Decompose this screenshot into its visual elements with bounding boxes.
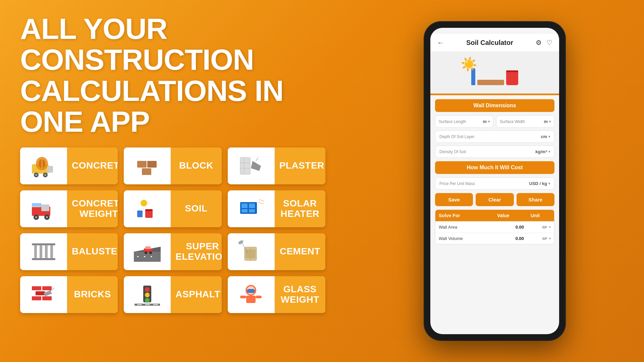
super-elevation-label: SUPER ELEVATION (175, 241, 221, 262)
save-button[interactable]: Save (435, 193, 473, 206)
svg-rect-40 (32, 258, 55, 260)
price-unit-dropdown[interactable]: ▾ (548, 182, 550, 185)
wall-area-row: Wall Area 0.00 m² ▾ (435, 221, 554, 233)
svg-rect-71 (137, 304, 142, 305)
wall-area-label: Wall Area (435, 222, 494, 233)
solve-for-header: Solve For (435, 210, 494, 221)
svg-point-67 (145, 287, 150, 292)
clear-button[interactable]: Clear (476, 193, 514, 206)
svg-marker-16 (251, 161, 261, 171)
cement-label: CEMENT (280, 246, 320, 257)
surface-width-dropdown[interactable]: ▾ (549, 120, 551, 123)
svg-marker-65 (44, 290, 52, 296)
concrete-icon (30, 154, 57, 178)
card-concrete-weight[interactable]: CONCRETE WEIGHT (20, 190, 118, 227)
cement-icon (237, 240, 264, 263)
svg-point-52 (145, 251, 147, 254)
baluster-label: BALUSTER (72, 246, 118, 257)
block-icon (134, 154, 161, 178)
density-soil-unit: kg/m³ ▾ (535, 149, 550, 154)
plaster-label: PLASTER (279, 161, 324, 171)
surface-length-unit: m ▾ (483, 119, 490, 124)
block-label: BLOCK (179, 161, 213, 171)
card-plaster[interactable]: PLASTER (228, 147, 325, 184)
svg-line-17 (256, 158, 258, 161)
share-button[interactable]: Share (517, 193, 554, 206)
favorite-icon[interactable]: ♡ (546, 39, 552, 47)
svg-rect-9 (137, 161, 147, 168)
plaster-icon-box (228, 147, 275, 184)
bricks-icon (30, 283, 57, 306)
card-glass-weight[interactable]: GLASS WEIGHT (228, 276, 325, 313)
cement-label-box: CEMENT (275, 233, 325, 270)
wall-area-unit-dropdown[interactable]: ▾ (549, 225, 551, 229)
depth-soil-label: Depth Of Soil Layer (439, 134, 475, 139)
sun-illustration: ☀️ (461, 56, 477, 72)
settings-icon[interactable]: ⚙ (536, 39, 542, 47)
header-icons: ⚙ ♡ (536, 39, 552, 47)
surface-length-field[interactable]: Surface Length m ▾ (435, 115, 493, 128)
svg-point-4 (44, 174, 46, 176)
svg-rect-33 (145, 209, 153, 211)
bricks-label: BRICKS (74, 289, 111, 300)
svg-point-69 (145, 298, 150, 303)
wall-dimensions-header: Wall Dimensions (435, 99, 554, 112)
svg-rect-38 (249, 209, 255, 213)
concrete-weight-icon (30, 197, 57, 221)
app-header: ← Soil Calculator ⚙ ♡ (430, 34, 559, 52)
svg-marker-20 (32, 203, 41, 206)
svg-point-24 (46, 216, 48, 218)
wall-volume-unit-dropdown[interactable]: ▾ (549, 237, 551, 240)
svg-point-22 (35, 216, 37, 218)
surface-width-unit: m ▾ (544, 119, 551, 124)
bricks-icon-box (20, 276, 67, 313)
card-solar-heater[interactable]: SOLAR HEATER (228, 190, 325, 227)
surface-width-field[interactable]: Surface Width m ▾ (496, 115, 554, 128)
asphalt-icon-box (124, 276, 171, 313)
svg-rect-78 (240, 296, 246, 298)
density-soil-field[interactable]: Density Of Soil kg/m³ ▾ (435, 145, 554, 158)
depth-soil-field[interactable]: Depth Of Soil Layer cm ▾ (435, 130, 554, 143)
app-title: Soil Calculator (466, 39, 513, 47)
svg-rect-51 (145, 246, 151, 249)
soil-label-box: SOIL (171, 190, 221, 227)
svg-rect-62 (32, 296, 41, 300)
surface-length-dropdown[interactable]: ▾ (488, 120, 490, 123)
svg-rect-35 (241, 203, 248, 208)
bucket-rim (506, 70, 518, 72)
card-baluster[interactable]: BALUSTER (20, 233, 118, 270)
svg-point-53 (149, 251, 152, 254)
svg-rect-12 (240, 158, 250, 174)
card-block[interactable]: BLOCK (124, 147, 221, 184)
card-asphalt[interactable]: ASPHALT (124, 276, 221, 313)
svg-rect-11 (142, 168, 151, 175)
svg-rect-43 (45, 245, 48, 258)
card-super-elevation[interactable]: SUPER ELEVATION (124, 233, 221, 270)
svg-rect-63 (42, 296, 52, 300)
baluster-label-box: BALUSTER (67, 233, 118, 270)
glass-weight-icon (237, 283, 264, 306)
wall-volume-unit-text: m³ (542, 236, 547, 241)
card-concrete[interactable]: CONCRETE (20, 147, 118, 184)
card-bricks[interactable]: BRICKS (20, 276, 118, 313)
svg-rect-44 (50, 245, 53, 258)
card-cement[interactable]: CEMENT (228, 233, 325, 270)
card-soil[interactable]: SOIL (124, 190, 221, 227)
tools-illustration (471, 68, 518, 85)
svg-rect-77 (246, 296, 256, 303)
bricks-label-box: BRICKS (67, 276, 118, 313)
wall-volume-label: Wall Volume (435, 233, 494, 244)
svg-rect-79 (256, 296, 262, 298)
wall-volume-row: Wall Volume 0.00 m³ ▾ (435, 233, 554, 244)
density-soil-dropdown[interactable]: ▾ (548, 150, 550, 154)
svg-rect-59 (32, 286, 41, 290)
wall-dimensions-section: Wall Dimensions Surface Length m ▾ Surfa… (430, 95, 559, 244)
price-per-unit-field[interactable]: Price Per Unit Mass USD / kg ▾ (435, 177, 554, 190)
back-button[interactable]: ← (437, 39, 444, 47)
concrete-label: CONCRETE (72, 161, 118, 171)
wall-volume-value: 0.00 (494, 233, 527, 244)
results-table: Solve For Value Unit Wall Area 0.00 m² ▾ (435, 209, 554, 244)
concrete-weight-label: CONCRETE WEIGHT (72, 198, 118, 219)
depth-soil-unit: cm ▾ (541, 134, 550, 139)
depth-soil-dropdown[interactable]: ▾ (548, 135, 550, 138)
